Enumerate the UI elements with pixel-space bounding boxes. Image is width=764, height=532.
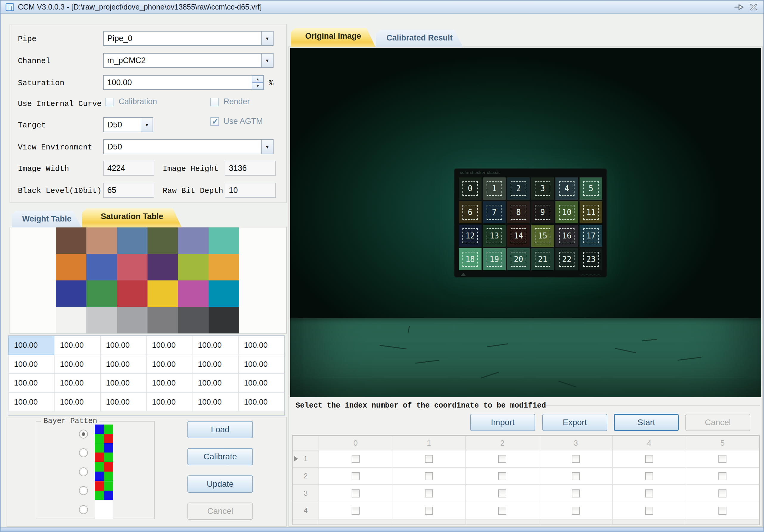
grid-cell-r3c0[interactable] [319,485,392,502]
saturation-cell-r0c5[interactable]: 100.00 [238,336,284,355]
saturation-cell-r2c1[interactable]: 100.00 [54,374,100,393]
image-patch-1[interactable]: 1 [483,178,506,200]
saturation-cell-r3c0[interactable]: 100.00 [8,393,54,412]
image-patch-3[interactable]: 3 [531,178,554,200]
bayer-radio-1[interactable] [79,448,88,457]
chevron-down-icon[interactable]: ▼ [261,140,273,154]
grid-cell-r2c0[interactable] [319,467,392,485]
saturation-cell-r0c4[interactable]: 100.00 [192,336,238,355]
spin-down-icon[interactable]: ▼ [252,82,264,89]
saturation-cell-r0c3[interactable]: 100.00 [146,336,192,355]
grid-checkbox-r1c5[interactable] [718,455,726,463]
image-height-field[interactable]: 3136 [225,161,276,176]
saturation-cell-r2c0[interactable]: 100.00 [8,374,54,393]
cancel-button-right[interactable]: Cancel [685,414,750,431]
grid-cell-r4c2[interactable] [466,502,539,519]
grid-checkbox-r4c0[interactable] [352,507,360,515]
grid-cell-r4c4[interactable] [612,502,685,519]
grid-checkbox-r1c1[interactable] [425,455,433,463]
bayer-radio-4[interactable] [79,505,88,514]
grid-checkbox-r4c1[interactable] [425,507,433,515]
close-icon[interactable] [748,2,759,12]
saturation-cell-r1c4[interactable]: 100.00 [192,355,238,374]
grid-checkbox-r1c4[interactable] [645,455,653,463]
float-window-icon[interactable] [733,2,745,12]
bayer-radio-2[interactable] [79,467,88,476]
target-select[interactable]: D50 ▼ [103,117,153,132]
image-patch-21[interactable]: 21 [531,248,554,270]
grid-checkbox-r4c5[interactable] [718,507,726,515]
cancel-button-left[interactable]: Cancel [187,502,253,520]
grid-cell-r2c1[interactable] [392,467,466,485]
image-patch-20[interactable]: 20 [507,248,530,270]
image-patch-14[interactable]: 14 [507,225,530,247]
image-width-field[interactable]: 4224 [103,161,154,176]
grid-cell-r1c0[interactable] [319,450,392,467]
render-label[interactable]: Render [224,97,250,106]
tab-weight-table[interactable]: Weight Table [12,211,82,227]
grid-cell-r4c3[interactable] [539,502,612,519]
image-patch-10[interactable]: 10 [555,201,578,223]
grid-cell-r1c1[interactable] [392,450,466,467]
grid-checkbox-r3c5[interactable] [718,489,726,497]
saturation-cell-r1c0[interactable]: 100.00 [8,355,54,374]
grid-checkbox-r1c2[interactable] [498,455,506,463]
grid-checkbox-r2c5[interactable] [718,472,726,480]
saturation-cell-r3c2[interactable]: 100.00 [100,393,146,412]
image-patch-12[interactable]: 12 [459,225,481,247]
grid-checkbox-r3c4[interactable] [645,489,653,497]
spin-up-icon[interactable]: ▲ [252,75,264,82]
saturation-stepper[interactable]: ▲▼ [252,75,264,89]
bayer-radio-3[interactable] [79,486,88,495]
grid-cell-r4c0[interactable] [319,502,392,519]
grid-cell-r3c3[interactable] [539,485,612,502]
image-patch-6[interactable]: 6 [459,201,481,223]
grid-cell-r3c2[interactable] [466,485,539,502]
image-patch-11[interactable]: 11 [580,201,602,223]
grid-checkbox-r2c2[interactable] [498,472,506,480]
saturation-cell-r1c3[interactable]: 100.00 [146,355,192,374]
grid-checkbox-r2c1[interactable] [425,472,433,480]
grid-checkbox-r4c4[interactable] [645,507,653,515]
grid-checkbox-r2c0[interactable] [352,472,360,480]
image-patch-2[interactable]: 2 [507,178,530,200]
saturation-cell-r2c3[interactable]: 100.00 [146,374,192,393]
saturation-cell-r3c4[interactable]: 100.00 [192,393,238,412]
grid-checkbox-r2c4[interactable] [645,472,653,480]
use-agtm-label[interactable]: Use AGTM [224,117,263,126]
image-patch-9[interactable]: 9 [531,201,554,223]
saturation-cell-r2c4[interactable]: 100.00 [192,374,238,393]
image-patch-17[interactable]: 17 [580,225,602,247]
bayer-radio-0[interactable] [79,430,88,439]
export-button[interactable]: Export [542,414,607,431]
render-checkbox[interactable] [210,98,219,106]
grid-checkbox-r1c0[interactable] [352,455,360,463]
saturation-cell-r1c2[interactable]: 100.00 [100,355,146,374]
view-environment-select[interactable]: D50 ▼ [103,139,274,154]
grid-cell-r2c2[interactable] [466,467,539,485]
grid-cell-r2c5[interactable] [686,467,759,485]
grid-cell-r1c5[interactable] [686,450,759,467]
grid-checkbox-r2c3[interactable] [572,472,580,480]
saturation-cell-r0c1[interactable]: 100.00 [54,336,100,355]
black-level-field[interactable]: 65 [103,183,154,198]
image-patch-22[interactable]: 22 [555,248,578,270]
saturation-cell-r3c3[interactable]: 100.00 [146,393,192,412]
import-button[interactable]: Import [470,414,535,431]
grid-cell-r1c2[interactable] [466,450,539,467]
update-button[interactable]: Update [187,475,253,493]
grid-cell-r2c3[interactable] [539,467,612,485]
start-button[interactable]: Start [614,414,679,431]
image-patch-5[interactable]: 5 [580,178,602,200]
image-patch-13[interactable]: 13 [483,225,506,247]
chevron-down-icon[interactable]: ▼ [261,32,273,45]
saturation-cell-r0c2[interactable]: 100.00 [100,336,146,355]
saturation-cell-r3c5[interactable]: 100.00 [238,393,284,412]
grid-checkbox-r3c0[interactable] [352,489,360,497]
image-patch-7[interactable]: 7 [483,201,506,223]
grid-cell-r3c4[interactable] [612,485,685,502]
tab-calibrated-result[interactable]: Calibrated Result [376,30,463,47]
image-patch-4[interactable]: 4 [555,178,578,200]
grid-cell-r2c4[interactable] [612,467,685,485]
channel-select[interactable]: m_pCMC2 ▼ [103,53,274,68]
